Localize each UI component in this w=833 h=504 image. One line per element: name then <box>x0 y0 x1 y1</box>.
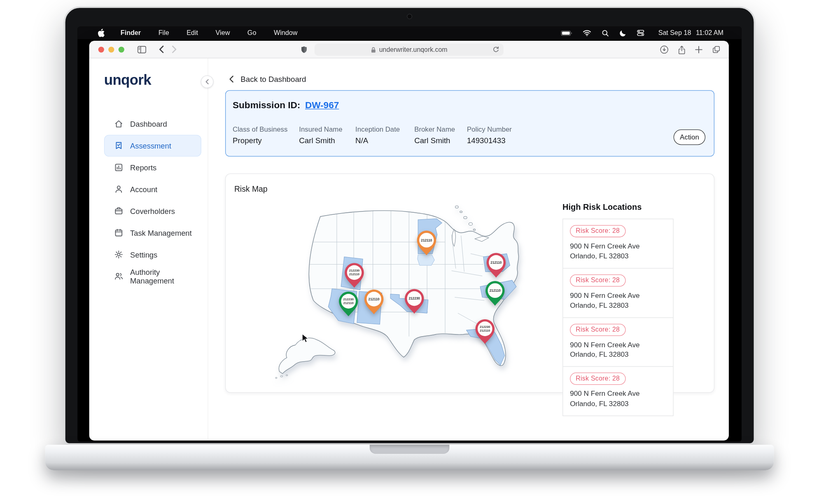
macos-menu-bar: Finder FileEditViewGoWindow Sat Sep 18 1… <box>77 27 742 39</box>
sidebar-collapse-button[interactable] <box>201 75 214 88</box>
browser-toolbar: underwriter.unqork.com <box>89 41 729 58</box>
menu-bar-time: 11:02 AM <box>696 29 723 37</box>
menu-edit[interactable]: Edit <box>187 29 198 37</box>
submission-field: Inception DateN/A <box>355 125 414 145</box>
map-pin-minnesota[interactable]: 212110 <box>416 230 437 257</box>
home-icon <box>114 119 124 129</box>
menu-bar-app-name[interactable]: Finder <box>121 29 141 37</box>
menu-view[interactable]: View <box>216 29 230 37</box>
svg-text:212110: 212110 <box>490 289 501 293</box>
sidebar-item-label: Assessment <box>130 142 171 150</box>
laptop-base-notch <box>370 445 450 454</box>
zoom-window-button[interactable] <box>119 46 124 52</box>
privacy-shield-icon[interactable] <box>300 45 308 54</box>
battery-icon[interactable] <box>561 30 572 36</box>
desktop: underwriter.unqork.com <box>77 39 742 441</box>
apple-logo-icon[interactable] <box>98 29 105 37</box>
downloads-icon[interactable] <box>660 45 669 54</box>
chevron-left-icon <box>229 75 234 83</box>
moon-icon[interactable] <box>619 30 626 37</box>
field-value: Carl Smith <box>414 137 467 145</box>
search-icon[interactable] <box>602 30 609 37</box>
sidebar-toggle-icon[interactable] <box>137 45 147 53</box>
minimize-window-button[interactable] <box>108 46 114 52</box>
high-risk-locations-list: Risk Score: 28900 N Fern Creek AveOrland… <box>562 218 674 416</box>
calendar-icon <box>114 228 124 238</box>
high-risk-location-card[interactable]: Risk Score: 28900 N Fern Creek AveOrland… <box>563 219 673 268</box>
tab-overview-icon[interactable] <box>712 45 721 54</box>
account-icon <box>114 184 124 195</box>
sidebar-item-label: Coverholders <box>130 207 175 215</box>
map-pin-north-carolina[interactable]: 212110 <box>484 280 506 307</box>
risk-map-card: Risk Map <box>225 174 714 393</box>
safari-window: underwriter.unqork.com <box>89 41 729 440</box>
submission-field: Class of BusinessProperty <box>233 125 299 145</box>
menu-bar-menus: FileEditViewGoWindow <box>159 29 298 37</box>
sidebar-item-label: Dashboard <box>130 120 167 128</box>
svg-text:212110: 212110 <box>343 301 354 305</box>
svg-text:212230: 212230 <box>408 297 420 300</box>
sidebar-item-task-management[interactable]: Task Management <box>104 222 201 244</box>
submission-fields: Class of BusinessPropertyInsured NameCar… <box>233 125 714 145</box>
unqork-logo: unqork <box>104 72 208 88</box>
submission-id-link[interactable]: DW-967 <box>305 100 339 111</box>
svg-text:212230: 212230 <box>480 325 490 329</box>
map-pin-arizona[interactable]: 212230212110 <box>338 291 359 318</box>
map-pin-new-mexico[interactable]: 212110 <box>363 289 385 315</box>
field-value: Carl Smith <box>299 137 355 145</box>
address-bar[interactable]: underwriter.unqork.com <box>315 44 504 56</box>
sidebar-item-coverholders[interactable]: Coverholders <box>104 200 201 222</box>
reload-icon[interactable] <box>492 46 499 53</box>
high-risk-location-card[interactable]: Risk Score: 28900 N Fern Creek AveOrland… <box>563 366 673 416</box>
sidebar-item-assessment[interactable]: Assessment <box>104 135 201 157</box>
map-pin-florida[interactable]: 212230212110 <box>474 318 496 345</box>
location-address: 900 N Fern Creek AveOrlando, FL 32803 <box>570 389 666 409</box>
high-risk-location-card[interactable]: Risk Score: 28900 N Fern Creek AveOrland… <box>563 317 673 367</box>
menu-window[interactable]: Window <box>274 29 297 37</box>
submission-field: Broker NameCarl Smith <box>414 125 467 145</box>
menu-bar-clock[interactable]: Sat Sep 18 11:02 AM <box>658 29 723 37</box>
sidebar-item-dashboard[interactable]: Dashboard <box>104 113 201 135</box>
svg-text:212110: 212110 <box>421 239 432 242</box>
menu-file[interactable]: File <box>159 29 169 37</box>
field-value: 149301433 <box>467 137 512 145</box>
field-label: Policy Number <box>467 125 512 133</box>
browser-back-button[interactable] <box>158 45 164 54</box>
close-window-button[interactable] <box>98 46 104 52</box>
sidebar-item-settings[interactable]: Settings <box>104 244 201 265</box>
svg-text:212110: 212110 <box>369 297 380 301</box>
wifi-icon[interactable] <box>583 30 591 36</box>
control-center-icon[interactable] <box>637 30 644 36</box>
main-content: Back to Dashboard Submission ID: DW-967 … <box>208 58 729 440</box>
webcam-dot <box>407 14 412 19</box>
laptop-bezel: Finder FileEditViewGoWindow Sat Sep 18 1… <box>64 6 756 445</box>
sidebar-item-reports[interactable]: Reports <box>104 157 201 179</box>
submission-field: Policy Number149301433 <box>467 125 512 145</box>
sidebar-item-label: Authority Management <box>130 268 201 285</box>
risk-score-badge: Risk Score: 28 <box>570 373 625 385</box>
briefcase-icon <box>114 206 124 216</box>
map-pin-pennsylvania[interactable]: 212110 <box>485 252 507 279</box>
menu-go[interactable]: Go <box>247 29 257 37</box>
field-value: Property <box>233 137 299 145</box>
location-address: 900 N Fern Creek AveOrlando, FL 32803 <box>570 340 666 360</box>
risk-score-badge: Risk Score: 28 <box>570 323 625 336</box>
sidebar-item-account[interactable]: Account <box>104 178 201 200</box>
new-tab-icon[interactable] <box>695 46 702 53</box>
high-risk-locations-title: High Risk Locations <box>562 202 642 211</box>
sidebar-item-authority-management[interactable]: Authority Management <box>104 265 201 287</box>
action-button[interactable]: Action <box>674 130 705 145</box>
sidebar-item-label: Settings <box>130 250 157 259</box>
high-risk-location-card[interactable]: Risk Score: 28900 N Fern Creek AveOrland… <box>563 268 673 317</box>
share-icon[interactable] <box>678 45 686 54</box>
browser-forward-button[interactable] <box>172 45 177 54</box>
users-icon <box>114 271 124 281</box>
map-pin-oklahoma[interactable]: 212230 <box>404 288 425 315</box>
menu-bar-date: Sat Sep 18 <box>658 29 691 37</box>
map-pin-utah[interactable]: 212230212110 <box>344 262 365 289</box>
sidebar-item-label: Task Management <box>130 228 192 237</box>
field-label: Insured Name <box>299 125 355 133</box>
location-address: 900 N Fern Creek AveOrlando, FL 32803 <box>570 242 666 262</box>
back-to-dashboard-link[interactable]: Back to Dashboard <box>229 75 306 84</box>
app-sidebar: unqork DashboardAssessmentReportsAccount… <box>89 58 208 440</box>
